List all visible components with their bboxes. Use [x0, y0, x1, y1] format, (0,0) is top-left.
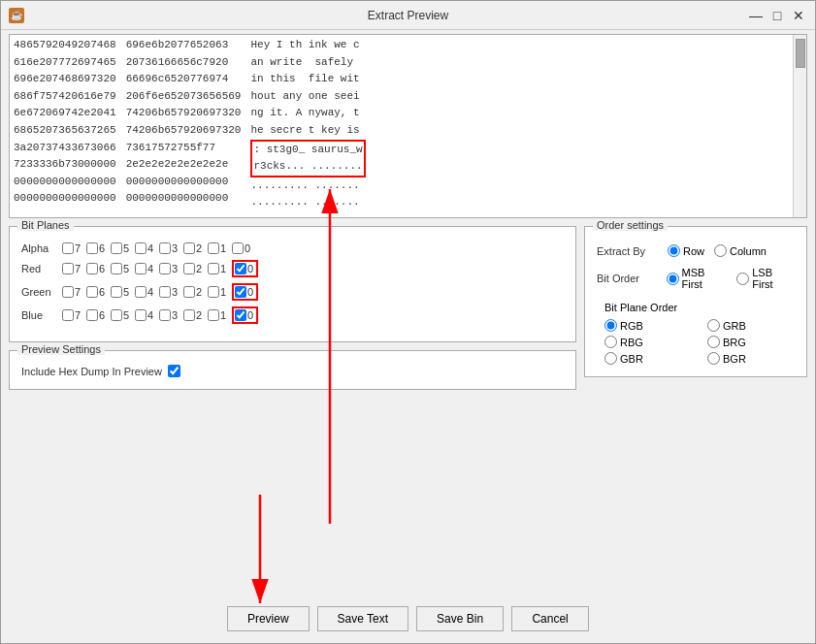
bit-planes-title: Bit Planes [17, 219, 74, 231]
preview-settings-row: Include Hex Dump In Preview [21, 365, 564, 377]
green-lbl-5: 5 [123, 286, 131, 298]
blue-cb-1[interactable] [208, 309, 219, 321]
green-cb-2[interactable] [183, 286, 195, 298]
red-cb-2[interactable] [183, 263, 195, 274]
red-lbl-2: 2 [196, 263, 204, 274]
red-lbl-1: 1 [220, 263, 228, 274]
red-lbl-4: 4 [147, 263, 155, 274]
green-cb-6[interactable] [86, 286, 98, 298]
alpha-cb-3[interactable] [159, 242, 171, 254]
alpha-cb-7[interactable] [62, 242, 74, 254]
brg-radio[interactable] [707, 336, 720, 348]
bpo-grid: RGB GRB RBG BRG [597, 319, 795, 365]
blue-cb-2[interactable] [183, 309, 195, 321]
green-cb-3[interactable] [159, 286, 171, 298]
button-bar: Preview Save Text Save Bin Cancel [1, 598, 815, 643]
red-cb-3[interactable] [159, 263, 171, 274]
green-bit-3: 3 [159, 286, 180, 298]
include-hex-label: Include Hex Dump In Preview [21, 366, 162, 377]
blue-lbl-2: 2 [196, 309, 204, 321]
lsb-radio[interactable] [736, 273, 749, 285]
bit-row-green: Green 7 6 5 4 3 2 1 0 [21, 283, 564, 301]
alpha-bit-7: 7 [62, 242, 82, 254]
rgb-radio[interactable] [604, 319, 617, 332]
red-bit-5: 5 [111, 263, 131, 274]
blue-bit-4: 4 [135, 309, 155, 321]
titlebar-controls: — □ ✕ [747, 7, 807, 24]
green-cb-5[interactable] [111, 286, 122, 298]
blue-cb-4[interactable] [135, 309, 147, 321]
green-bit-4: 4 [135, 286, 155, 298]
order-settings-group: Order settings Extract By Row Column [584, 226, 807, 377]
cancel-button[interactable]: Cancel [511, 606, 589, 631]
blue-cb-7[interactable] [62, 309, 74, 321]
red-cb-1[interactable] [208, 263, 219, 274]
blue-bit-0-highlighted: 0 [232, 306, 258, 324]
green-label: Green [21, 286, 58, 298]
blue-lbl-1: 1 [220, 309, 228, 321]
red-cb-7[interactable] [62, 263, 74, 274]
blue-cb-6[interactable] [86, 309, 98, 321]
bit-plane-order-section: Bit Plane Order RGB GRB RBG [597, 302, 795, 365]
alpha-cb-4[interactable] [135, 242, 147, 254]
titlebar: ☕ Extract Preview — □ ✕ [1, 1, 815, 30]
preview-settings-group: Preview Settings Include Hex Dump In Pre… [9, 350, 576, 390]
extract-by-label: Extract By [597, 245, 660, 257]
red-cb-4[interactable] [135, 263, 147, 274]
red-bit-7: 7 [62, 263, 82, 274]
lsb-radio-item: LSB First [736, 267, 795, 290]
grb-label: GRB [723, 320, 746, 332]
maximize-button[interactable]: □ [768, 7, 786, 24]
grb-radio-item: GRB [707, 319, 795, 332]
bit-order-label: Bit Order [597, 273, 659, 284]
minimize-button[interactable]: — [747, 7, 765, 24]
green-lbl-4: 4 [147, 286, 155, 298]
order-settings-title: Order settings [593, 219, 668, 231]
red-lbl-3: 3 [172, 263, 180, 274]
alpha-cb-0[interactable] [232, 242, 244, 254]
alpha-lbl-1: 1 [220, 242, 228, 254]
close-button[interactable]: ✕ [790, 7, 807, 24]
green-cb-7[interactable] [62, 286, 74, 298]
row-radio[interactable] [668, 244, 680, 257]
titlebar-left: ☕ [9, 8, 24, 23]
blue-cb-0[interactable] [235, 309, 246, 321]
alpha-bit-1: 1 [208, 242, 228, 254]
bit-row-blue: Blue 7 6 5 4 3 2 1 0 [21, 306, 564, 324]
bgr-label: BGR [723, 353, 746, 365]
blue-cb-3[interactable] [159, 309, 171, 321]
bit-row-red: Red 7 6 5 4 3 2 1 0 [21, 260, 564, 277]
red-cb-5[interactable] [111, 263, 122, 274]
grb-radio[interactable] [707, 319, 720, 332]
bgr-radio[interactable] [707, 352, 720, 365]
alpha-cb-2[interactable] [183, 242, 195, 254]
green-cb-0[interactable] [235, 286, 246, 298]
blue-cb-5[interactable] [111, 309, 122, 321]
rbg-radio[interactable] [604, 336, 617, 348]
scrollbar-thumb[interactable] [796, 39, 805, 68]
green-cb-1[interactable] [208, 286, 219, 298]
left-panel: Bit Planes Alpha 7 6 5 4 3 2 1 [9, 226, 576, 595]
red-lbl-5: 5 [123, 263, 131, 274]
include-hex-checkbox[interactable] [168, 365, 180, 377]
green-cb-4[interactable] [135, 286, 147, 298]
save-bin-button[interactable]: Save Bin [416, 606, 504, 631]
alpha-cb-6[interactable] [86, 242, 98, 254]
alpha-cb-5[interactable] [111, 242, 122, 254]
msb-radio[interactable] [667, 273, 679, 285]
red-cb-0[interactable] [235, 263, 246, 274]
alpha-cb-1[interactable] [208, 242, 219, 254]
green-lbl-3: 3 [172, 286, 180, 298]
highlighted-secret: : st3g0_ saurus_w r3cks... ........ [250, 140, 365, 177]
preview-button[interactable]: Preview [227, 606, 310, 631]
preview-scrollbar[interactable] [793, 35, 806, 217]
gbr-radio[interactable] [604, 352, 617, 365]
red-cb-6[interactable] [86, 263, 98, 274]
window-title: Extract Preview [368, 9, 448, 22]
column-radio[interactable] [714, 244, 727, 257]
green-lbl-2: 2 [196, 286, 204, 298]
column-radio-label: Column [730, 245, 767, 257]
alpha-bit-6: 6 [86, 242, 107, 254]
row-radio-label: Row [683, 245, 704, 257]
save-text-button[interactable]: Save Text [317, 606, 408, 631]
